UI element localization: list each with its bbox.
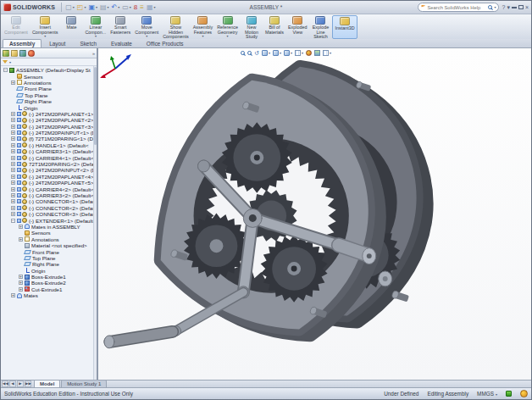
instant3d-button[interactable]: Instant3D: [332, 15, 357, 39]
tree-expander-icon[interactable]: −: [3, 68, 8, 72]
tree-item[interactable]: +(-) CARRIER4<2> (Default<: [1, 186, 97, 192]
hide-show-items-icon[interactable]: ▾: [295, 50, 303, 56]
help-icon[interactable]: ?: [502, 4, 505, 11]
tree-expander-icon[interactable]: +: [11, 118, 15, 122]
tree-expander-icon[interactable]: +: [19, 281, 23, 285]
dropdown-caret-icon[interactable]: ▾: [96, 5, 97, 9]
tree-expander-icon[interactable]: +: [19, 237, 23, 242]
tree-item[interactable]: +Annotations: [1, 236, 97, 242]
configuration-manager-tab-icon[interactable]: [19, 50, 26, 57]
tree-item[interactable]: +Boss-Extrude1: [1, 274, 97, 280]
dropdown-caret-icon[interactable]: ▾: [44, 35, 46, 38]
tree-item[interactable]: +72T1M20PARING<2> (Default: [1, 161, 97, 167]
tree-expander-icon[interactable]: +: [11, 199, 15, 203]
tree-item[interactable]: +Sensors: [1, 73, 97, 79]
feature-tree-tab-icon[interactable]: [3, 50, 9, 57]
tree-expander-icon[interactable]: +: [11, 131, 15, 135]
tree-item[interactable]: +(-) CARRIER3<2> (Default<: [1, 192, 97, 198]
tree-item[interactable]: +Sensors: [1, 230, 97, 236]
display-style-icon[interactable]: ▾: [284, 50, 292, 56]
tree-expander-icon[interactable]: +: [11, 112, 15, 116]
tags-icon[interactable]: [506, 391, 512, 397]
rebuild-icon[interactable]: 8: [133, 2, 138, 13]
previous-view-icon[interactable]: ↺: [254, 50, 259, 56]
tree-expander-icon[interactable]: +: [11, 175, 15, 179]
tree-item[interactable]: +Top Plane: [1, 255, 97, 261]
tree-expander-icon[interactable]: +: [11, 81, 15, 85]
tree-expander-icon[interactable]: +: [11, 181, 15, 185]
tree-item[interactable]: +Annotations: [1, 80, 97, 86]
tree-expander-icon[interactable]: +: [19, 275, 23, 279]
tree-item[interactable]: +Origin: [1, 104, 97, 110]
tree-item[interactable]: +(-) CARRIER3<1> (Default<: [1, 148, 97, 154]
save-icon[interactable]: ▣▾: [87, 2, 98, 13]
open-icon[interactable]: ◰▾: [76, 2, 87, 13]
tree-item[interactable]: +(-) 24T2M20PAPLANET<1> (Def: [1, 111, 97, 117]
view-settings-icon[interactable]: ▾: [323, 50, 331, 56]
display-manager-tab-icon[interactable]: [28, 50, 35, 57]
tab-sketch[interactable]: Sketch: [73, 39, 103, 47]
dropdown-caret-icon[interactable]: ▾: [95, 35, 97, 38]
zoom-to-fit-icon[interactable]: [241, 51, 245, 55]
dropdown-caret-icon[interactable]: ▾: [280, 51, 281, 55]
tree-expander-icon[interactable]: +: [11, 187, 15, 192]
assembly-features-button[interactable]: Assembly Features▾: [191, 15, 214, 39]
select-icon[interactable]: ▭▾: [121, 2, 132, 13]
tree-item[interactable]: +Front Plane: [1, 248, 97, 254]
tree-item[interactable]: +Top Plane: [1, 92, 97, 98]
scroll-right-icon[interactable]: ▶: [17, 381, 24, 387]
filter-caret-icon[interactable]: ▾: [9, 60, 11, 64]
tree-expander-icon[interactable]: +: [19, 287, 23, 292]
tree-expander-icon[interactable]: +: [19, 225, 23, 229]
tree-item[interactable]: +Material <not specified>: [1, 242, 97, 248]
tree-item[interactable]: +(-) 24T2M20PAPLANET<2> (Def: [1, 117, 97, 123]
dropdown-caret-icon[interactable]: ▾: [269, 51, 270, 55]
tree-item[interactable]: +Boss-Extrude2: [1, 280, 97, 286]
units-selector[interactable]: MMGS▾: [477, 391, 497, 397]
restore-button[interactable]: [518, 5, 524, 9]
reference-geometry-button[interactable]: Reference Geometry▾: [215, 15, 240, 39]
section-view-icon[interactable]: ▾: [262, 50, 270, 56]
exploded-view-button[interactable]: Exploded View: [286, 15, 308, 39]
search-box[interactable]: ▾: [418, 3, 499, 12]
show-hidden-components-button[interactable]: Show Hidden Components: [161, 15, 191, 39]
tree-item[interactable]: +(-) 24T2M20PAPLANET<5> (Def: [1, 180, 97, 186]
tree-item[interactable]: +Mates in ASSEMBLY: [1, 224, 97, 230]
tree-item[interactable]: +Right Plane: [1, 98, 97, 104]
insert-components-button[interactable]: Insert Components▾: [30, 15, 60, 39]
dropdown-caret-icon[interactable]: ▾: [108, 5, 109, 9]
minimize-button[interactable]: [512, 7, 517, 8]
tree-item[interactable]: +(-) CONNECTOR<1> (Default<: [1, 198, 97, 204]
scroll-last-icon[interactable]: ▶▶: [25, 381, 31, 387]
tree-item[interactable]: +(-) 24T2M20PAPLANET<4> (Def: [1, 174, 97, 180]
model-tab[interactable]: Model: [34, 380, 60, 387]
scroll-first-icon[interactable]: ◀◀: [2, 381, 8, 387]
tree-item[interactable]: −(-) EXTENDER<1> (Default<: [1, 217, 97, 223]
options-icon[interactable]: ≡: [139, 2, 145, 13]
undo-icon[interactable]: ↶▾: [111, 2, 121, 13]
dropdown-caret-icon[interactable]: ▾: [227, 35, 229, 38]
search-caret-icon[interactable]: ▾: [494, 5, 496, 9]
tree-expander-icon[interactable]: −: [11, 219, 15, 223]
tree-item[interactable]: +(-) 24T2M20PAINPUT<1> (Defa: [1, 130, 97, 136]
move-component-button[interactable]: Move Component▾: [133, 15, 160, 39]
print-icon[interactable]: ▤▾: [99, 2, 110, 13]
mate-button[interactable]: Mate: [60, 15, 82, 39]
tree-item[interactable]: +(-) CONNECTOR<2> (Default<: [1, 205, 97, 211]
tree-expander-icon[interactable]: +: [11, 136, 15, 141]
tree-item[interactable]: +(-) 24T2M20PAINPUT<2> (Defa: [1, 167, 97, 173]
search-icon[interactable]: [488, 5, 492, 9]
smart-fasteners-button[interactable]: Smart Fasteners: [108, 15, 132, 39]
filter-funnel-icon[interactable]: [3, 60, 8, 64]
apply-scene-icon[interactable]: [314, 50, 320, 56]
new-document-icon[interactable]: ▢▾: [64, 2, 75, 13]
dropdown-caret-icon[interactable]: ▾: [291, 51, 292, 55]
zoom-to-area-icon[interactable]: [247, 51, 252, 55]
tree-expander-icon[interactable]: +: [11, 193, 15, 197]
tab-office-products[interactable]: Office Products: [140, 39, 191, 47]
tab-assembly[interactable]: Assembly: [3, 39, 42, 47]
tree-item[interactable]: +Cut-Extrude1: [1, 286, 97, 292]
tree-expander-icon[interactable]: +: [11, 149, 15, 153]
tree-expander-icon[interactable]: +: [11, 206, 15, 210]
tree-item[interactable]: +(-) CARRIER4<1> (Default<: [1, 154, 97, 160]
